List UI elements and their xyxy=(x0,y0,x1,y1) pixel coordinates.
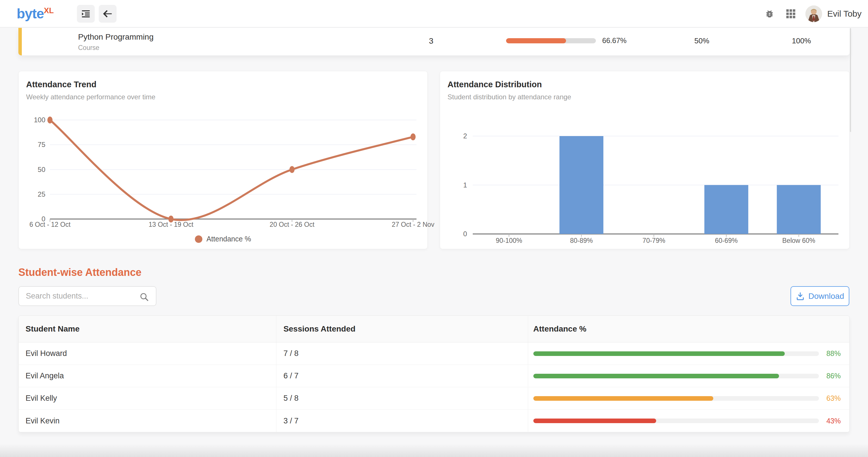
table-row: Evil Angela 6 / 7 86% xyxy=(19,365,849,387)
sessions-attended: 7 / 8 xyxy=(276,342,528,365)
svg-text:50: 50 xyxy=(38,165,45,173)
logo-xl-text: XL xyxy=(44,6,54,15)
trend-legend: Attendance % xyxy=(19,235,427,243)
format-indent-icon xyxy=(81,9,91,19)
table-header-row: Student Name Sessions Attended Attendanc… xyxy=(19,316,849,342)
attendance-bar-track xyxy=(533,374,819,378)
sessions-attended: 6 / 7 xyxy=(276,365,528,387)
table-row: Evil Howard 7 / 8 88% xyxy=(19,342,849,365)
svg-text:25: 25 xyxy=(38,190,45,198)
svg-text:2: 2 xyxy=(463,132,467,140)
course-stat-right: 100% xyxy=(780,36,823,45)
student-search xyxy=(19,286,156,306)
legend-label: Attendance % xyxy=(206,235,251,243)
table-row: Evil Kelly 5 / 8 63% xyxy=(19,387,849,409)
attendance-cell: 86% xyxy=(528,365,849,387)
course-progress-label: 66.67% xyxy=(602,36,627,45)
trend-chart-title: Attendance Trend xyxy=(26,80,96,89)
svg-text:75: 75 xyxy=(38,141,45,148)
svg-text:6 Oct - 12 Oct: 6 Oct - 12 Oct xyxy=(29,221,71,228)
column-header-student-name: Student Name xyxy=(19,316,276,342)
logo-byte-text: byte xyxy=(17,6,44,21)
attendance-percent-label: 43% xyxy=(823,417,841,425)
download-icon xyxy=(796,292,805,301)
course-sessions-count: 3 xyxy=(423,36,440,45)
legend-dot-icon xyxy=(195,235,203,243)
attendance-bar-track xyxy=(533,419,819,423)
user-avatar[interactable] xyxy=(805,5,822,22)
attendance-bar-fill xyxy=(533,396,713,401)
trend-line-chart: 02550751006 Oct - 12 Oct13 Oct - 19 Oct2… xyxy=(26,114,422,235)
course-row[interactable]: Python Programming Course 3 66.67% 50% 1… xyxy=(19,28,849,55)
course-progress-fill xyxy=(506,38,566,43)
attendance-bar-fill xyxy=(533,374,779,378)
apps-menu-button[interactable] xyxy=(786,9,796,19)
search-icon[interactable] xyxy=(139,292,149,302)
search-input[interactable] xyxy=(26,287,138,305)
svg-text:60-69%: 60-69% xyxy=(715,237,738,244)
course-title: Python Programming xyxy=(78,32,154,42)
attendance-trend-card: Attendance Trend Weekly attendance perfo… xyxy=(19,71,428,249)
attendance-bar-track xyxy=(533,396,819,401)
attendance-bar-fill xyxy=(533,419,656,423)
svg-text:80-89%: 80-89% xyxy=(570,237,593,244)
attendance-distribution-card: Attendance Distribution Student distribu… xyxy=(440,71,849,249)
student-name: Evil Howard xyxy=(19,342,276,365)
attendance-percent-label: 63% xyxy=(823,394,841,402)
attendance-bar-fill xyxy=(533,352,785,356)
arrow-left-icon xyxy=(102,8,113,19)
attendance-cell: 63% xyxy=(528,387,849,409)
avatar-photo xyxy=(805,5,822,22)
trend-chart-subtitle: Weekly attendance performance over time xyxy=(26,93,155,101)
attendance-percent-label: 88% xyxy=(823,349,841,358)
distribution-bar-chart: 01290-100%80-89%70-79%60-69%Below 60% xyxy=(447,114,844,246)
debug-button[interactable] xyxy=(765,9,774,19)
student-name: Evil Angela xyxy=(19,365,276,387)
scrollbar-thumb[interactable] xyxy=(850,28,851,132)
course-progress-track xyxy=(506,38,596,43)
distribution-chart-title: Attendance Distribution xyxy=(447,80,542,89)
attendance-table: Student Name Sessions Attended Attendanc… xyxy=(19,315,849,432)
svg-text:100: 100 xyxy=(34,116,45,124)
download-label: Download xyxy=(808,292,844,301)
course-stat-mid: 50% xyxy=(680,36,723,45)
svg-text:70-79%: 70-79% xyxy=(642,237,665,244)
bottom-shade xyxy=(0,444,868,457)
attendance-table-body: Evil Howard 7 / 8 88% Evil Angela 6 / 7 … xyxy=(19,342,849,432)
sessions-attended: 3 / 7 xyxy=(276,409,528,432)
attendance-percent-label: 86% xyxy=(823,372,841,380)
sessions-attended: 5 / 8 xyxy=(276,387,528,409)
svg-text:20 Oct - 26 Oct: 20 Oct - 26 Oct xyxy=(270,221,315,228)
attendance-cell: 88% xyxy=(528,342,849,365)
student-name: Evil Kelly xyxy=(19,387,276,409)
course-subtitle: Course xyxy=(78,44,99,52)
top-navbar: byteXL Evil xyxy=(0,0,868,28)
attendance-cell: 43% xyxy=(528,409,849,432)
svg-text:27 Oct - 2 Nov: 27 Oct - 2 Nov xyxy=(392,221,435,228)
bytexl-logo[interactable]: byteXL xyxy=(17,6,54,22)
column-header-attendance: Attendance % xyxy=(528,316,849,342)
bug-icon xyxy=(765,9,774,19)
svg-text:0: 0 xyxy=(463,230,467,238)
section-heading: Student-wise Attendance xyxy=(19,266,142,278)
table-row: Evil Kevin 3 / 7 43% xyxy=(19,409,849,432)
download-button[interactable]: Download xyxy=(790,286,849,306)
back-button[interactable] xyxy=(99,5,117,23)
attendance-bar-track xyxy=(533,352,819,356)
sidebar-toggle-button[interactable] xyxy=(77,5,95,23)
svg-text:Below 60%: Below 60% xyxy=(782,237,815,244)
grid-icon xyxy=(786,9,796,19)
column-header-sessions: Sessions Attended xyxy=(276,316,528,342)
svg-text:90-100%: 90-100% xyxy=(496,237,522,244)
user-name[interactable]: Evil Toby xyxy=(827,9,862,19)
distribution-chart-subtitle: Student distribution by attendance range xyxy=(447,93,571,101)
student-name: Evil Kevin xyxy=(19,409,276,432)
svg-text:1: 1 xyxy=(463,181,467,189)
